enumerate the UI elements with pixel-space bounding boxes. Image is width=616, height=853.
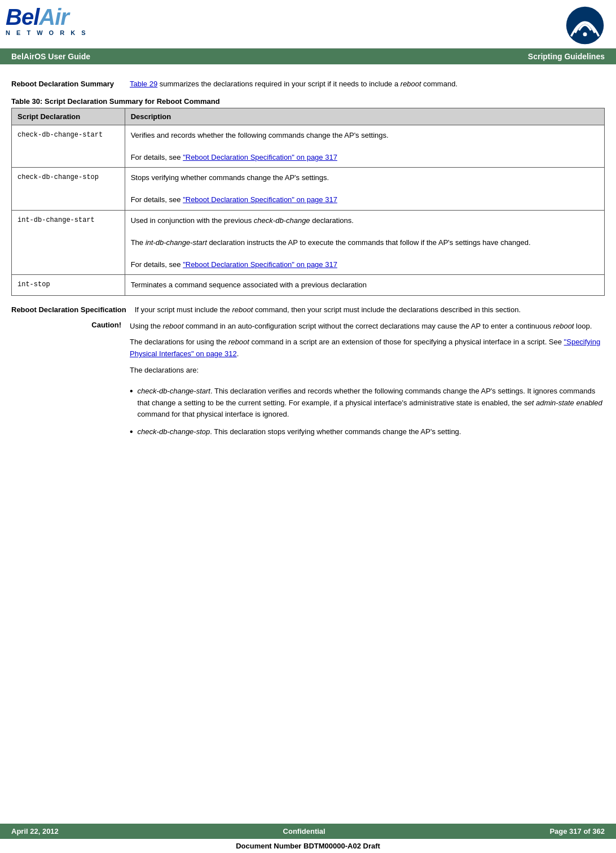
row2-code: check-db-change-stop [12,168,125,211]
table-title: Table 30: Script Declaration Summary for… [11,97,605,106]
reboot-summary-section: Reboot Declaration Summary Table 29 summ… [11,78,605,90]
nav-bar: BelAirOS User Guide Scripting Guidelines [0,49,616,64]
row4-code: int-stop [12,275,125,296]
logo: BelAir N E T W O R K S [6,6,88,36]
list-item: check-db-change-start. This declaration … [130,386,605,421]
spec-p2-content: The declarations for using the reboot co… [130,336,605,360]
intro-text: summarizes the declarations required in … [157,80,401,88]
col-script-declaration: Script Declaration [12,108,125,125]
row2-desc: Stops verifying whether commands change … [125,168,604,211]
row3-code: int-db-change-start [12,210,125,275]
spec-p3-row: The declarations are: [11,365,605,377]
row3-link[interactable]: "Reboot Declaration Specification" on pa… [183,260,337,269]
page-header: BelAir N E T W O R K S [0,0,616,49]
list-item: check-db-change-stop. This declaration s… [130,426,605,438]
reboot-code-intro: reboot [401,80,421,88]
footer-doc: Document Number BDTM00000-A02 Draft [0,839,616,853]
caution-label: Caution! [11,321,130,333]
table29-link[interactable]: Table 29 [130,80,157,88]
col-description: Description [125,108,604,125]
footer-confidential: Confidential [283,827,325,835]
spec-p3-content: The declarations are: [130,365,605,377]
spec-intro-content: If your script must include the reboot c… [135,304,605,316]
table-row: int-stop Terminates a command sequence a… [12,275,605,296]
spec-intro-row: Reboot Declaration Specification If your… [11,304,605,316]
footer-area: April 22, 2012 Confidential Page 317 of … [0,824,616,853]
intro-end: command. [421,80,457,88]
row1-code: check-db-change-start [12,125,125,168]
caution-content: Using the reboot command in an auto-conf… [130,321,605,333]
spec-p2-label [11,336,130,360]
networks-label: N E T W O R K S [6,29,88,36]
spec-p3-label [11,365,130,377]
page-content: Reboot Declaration Summary Table 29 summ… [0,64,616,457]
reboot-summary-content: Table 29 summarizes the declarations req… [130,78,605,90]
declaration-table: Script Declaration Description check-db-… [11,108,605,296]
spec-bullets-label [11,381,130,444]
row1-desc: Verifies and records whether the followi… [125,125,604,168]
footer-date: April 22, 2012 [11,827,59,835]
spec-section: Reboot Declaration Specification If your… [11,304,605,444]
reboot-summary-label: Reboot Declaration Summary [11,78,130,90]
belair-icon [565,6,605,45]
table-row: check-db-change-start Verifies and recor… [12,125,605,168]
table-row: check-db-change-stop Stops verifying whe… [12,168,605,211]
spec-bullets-row: check-db-change-start. This declaration … [11,381,605,444]
footer-bar: April 22, 2012 Confidential Page 317 of … [0,824,616,839]
bullet-list: check-db-change-start. This declaration … [130,386,605,438]
row1-link[interactable]: "Reboot Declaration Specification" on pa… [183,153,337,161]
footer-page: Page 317 of 362 [549,827,605,835]
row4-desc: Terminates a command sequence associated… [125,275,604,296]
specifying-interfaces-link[interactable]: "Specifying Physical Interfaces" on page… [130,338,600,358]
row2-link[interactable]: "Reboot Declaration Specification" on pa… [183,195,337,204]
spec-bullets-content: check-db-change-start. This declaration … [130,381,605,444]
spec-label: Reboot Declaration Specification [11,304,135,316]
belair-logo: BelAir [6,6,88,28]
nav-title: BelAirOS User Guide [11,52,90,61]
row3-desc: Used in conjunction with the previous ch… [125,210,604,275]
svg-point-2 [583,32,587,36]
table-row: int-db-change-start Used in conjunction … [12,210,605,275]
caution-row: Caution! Using the reboot command in an … [11,321,605,333]
nav-section: Scripting Guidelines [528,52,605,61]
spec-p2-row: The declarations for using the reboot co… [11,336,605,360]
